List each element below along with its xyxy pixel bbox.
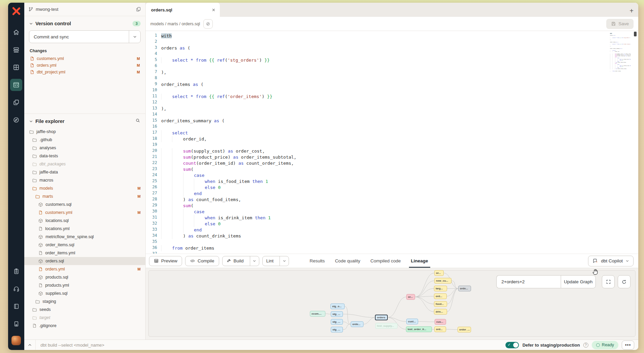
dbt-copilot-button[interactable]: dbt Copilot xyxy=(588,256,634,266)
lineage-node-test_oi[interactable]: test_order_it... xyxy=(406,326,432,332)
version-control-header[interactable]: Version control 3 xyxy=(24,16,145,29)
code-line[interactable]: sum(supply_cost) as order_cost, xyxy=(161,148,638,154)
code-line[interactable]: sum( xyxy=(161,203,638,209)
user-avatar[interactable] xyxy=(11,336,21,345)
lineage-node-stg3[interactable]: stg_... xyxy=(331,319,343,325)
docs-icon[interactable] xyxy=(10,300,22,312)
lineage-node-stg_o[interactable]: stg_o... xyxy=(330,303,345,309)
code-line[interactable]: from order_items xyxy=(161,245,638,251)
lineage-node-supply[interactable]: test_supply... xyxy=(375,323,398,329)
lineage-node-stg4[interactable]: stg_... xyxy=(331,327,343,332)
dbt-logo-icon[interactable] xyxy=(12,7,21,17)
code-line[interactable] xyxy=(161,63,638,69)
new-tab-button[interactable]: + xyxy=(630,7,634,14)
file-tree-item[interactable]: martsM xyxy=(24,192,145,200)
lineage-node-or_y[interactable]: or... xyxy=(434,270,444,276)
lineage-node-or_p[interactable]: or... xyxy=(406,294,415,300)
scrollbar-thumb[interactable] xyxy=(634,32,637,36)
file-tree-item[interactable]: orders.ymlM xyxy=(24,265,145,273)
code-line[interactable]: ), xyxy=(161,106,638,112)
lineage-node-larg[interactable]: larg... xyxy=(434,286,447,291)
update-graph-button[interactable]: Update Graph xyxy=(561,275,596,288)
code-line[interactable]: with xyxy=(161,33,638,39)
lineage-node-cust[interactable]: cust... xyxy=(406,319,418,324)
code-line[interactable]: case xyxy=(161,209,638,215)
code-line[interactable]: when is_food_item then 1 xyxy=(161,179,638,185)
lineage-node-cus_p[interactable]: cus... xyxy=(435,319,446,325)
vertical-scrollbar[interactable] xyxy=(634,31,637,254)
code-line[interactable] xyxy=(161,51,638,57)
code-line[interactable]: ), xyxy=(161,69,638,75)
code-line[interactable] xyxy=(161,75,638,82)
file-tree-item[interactable]: products.yml xyxy=(24,281,145,289)
file-tree-item[interactable]: order_items.yml xyxy=(24,249,145,257)
lineage-node-orders[interactable]: orders xyxy=(375,315,388,320)
file-tree-item[interactable]: jaffle-data xyxy=(24,168,145,176)
file-tree-item[interactable]: locations.sql xyxy=(24,217,145,225)
lineage-node-drin[interactable]: drin... xyxy=(434,309,447,315)
environments-icon[interactable] xyxy=(10,44,22,56)
code-editor[interactable]: 1234567891011121314151617181920212223242… xyxy=(146,31,638,254)
file-tree-item[interactable]: seeds xyxy=(24,306,145,314)
lineage-node-ord_g[interactable]: orde... xyxy=(458,286,471,291)
code-line[interactable] xyxy=(161,39,638,45)
lineage-node-ecom[interactable]: ecom.... xyxy=(310,311,325,317)
commit-options-chevron[interactable] xyxy=(129,31,140,43)
ready-status-badge[interactable]: Ready xyxy=(592,341,618,349)
code-line[interactable]: case xyxy=(161,172,638,179)
file-tree-item[interactable]: jaffle-shop xyxy=(24,128,145,136)
changed-file[interactable]: customers.ymlM xyxy=(24,55,145,62)
commit-and-sync-button[interactable]: Commit and sync xyxy=(29,30,141,43)
dashboard-icon[interactable] xyxy=(10,61,22,73)
panel-tab-lineage[interactable]: Lineage xyxy=(411,254,428,268)
code-line[interactable] xyxy=(161,88,638,94)
open-in-explorer-button[interactable] xyxy=(203,19,213,29)
file-tree-item[interactable]: target xyxy=(24,314,145,322)
lineage-node-ord2[interactable]: ord... xyxy=(434,326,446,332)
copy-branch-icon[interactable] xyxy=(136,6,141,12)
file-tree-item[interactable]: supplies.sql xyxy=(24,289,145,297)
file-tree-item[interactable]: macros xyxy=(24,176,145,184)
file-tree-item[interactable]: analyses xyxy=(24,144,145,152)
refresh-graph-button[interactable] xyxy=(618,275,631,288)
code-line[interactable]: order_items_summary as ( xyxy=(161,118,638,124)
file-tree-item[interactable]: metricflow_time_spine.sql xyxy=(24,233,145,241)
file-tree-item[interactable]: dbt_packages xyxy=(24,160,145,168)
lineage-node-order3[interactable]: order_... xyxy=(458,327,471,332)
code-content[interactable]: withorders as ( select * from {{ ref('st… xyxy=(161,31,638,254)
code-line[interactable]: else 0 xyxy=(161,185,638,191)
code-line[interactable]: select * from {{ ref('stg_orders') }} xyxy=(161,57,638,63)
code-line[interactable]: end xyxy=(161,227,638,233)
home-icon[interactable] xyxy=(10,26,22,38)
file-tree-item[interactable]: customers.ymlM xyxy=(24,208,145,217)
code-line[interactable]: ) as count_drink_items xyxy=(161,233,638,239)
model-selector-input[interactable] xyxy=(496,275,561,288)
changelog-icon[interactable] xyxy=(10,265,22,277)
file-tree-item[interactable]: locations.yml xyxy=(24,225,145,233)
support-icon[interactable] xyxy=(10,283,22,295)
lint-button[interactable]: Lint xyxy=(262,256,289,266)
defer-toggle[interactable]: ✓ xyxy=(505,342,519,348)
file-tree-item[interactable]: customers.sql xyxy=(24,200,145,208)
search-files-icon[interactable] xyxy=(135,118,141,124)
minimap[interactable]: withorders as ( select * from {{ ref('st… xyxy=(610,33,631,247)
code-line[interactable] xyxy=(161,124,638,130)
panel-tab-compiled-code[interactable]: Compiled code xyxy=(370,254,401,268)
dbt-command-input[interactable] xyxy=(36,343,505,348)
file-tree-item[interactable]: data-tests xyxy=(24,152,145,160)
panel-tab-code-quality[interactable]: Code quality xyxy=(335,254,360,268)
code-line[interactable] xyxy=(161,112,638,118)
code-line[interactable]: orders as ( xyxy=(161,45,638,51)
changed-file[interactable]: dbt_project.ymlM xyxy=(24,69,145,75)
code-line[interactable]: order_id, xyxy=(161,136,638,142)
save-button[interactable]: Save xyxy=(606,19,634,29)
file-tree-item[interactable]: orders.sql xyxy=(24,257,145,265)
explore-icon[interactable] xyxy=(10,114,22,126)
code-line[interactable] xyxy=(161,251,638,254)
file-tree-item[interactable]: products.sql xyxy=(24,273,145,281)
code-line[interactable]: count(order_item_id) as count_order_item… xyxy=(161,160,638,166)
code-line[interactable]: sum(product_price) as order_items_subtot… xyxy=(161,154,638,160)
lineage-node-new_cu[interactable]: new_cu... xyxy=(434,278,451,284)
file-tree-item[interactable]: modelsM xyxy=(24,184,145,192)
lineage-node-ord1[interactable]: ord... xyxy=(434,293,447,299)
